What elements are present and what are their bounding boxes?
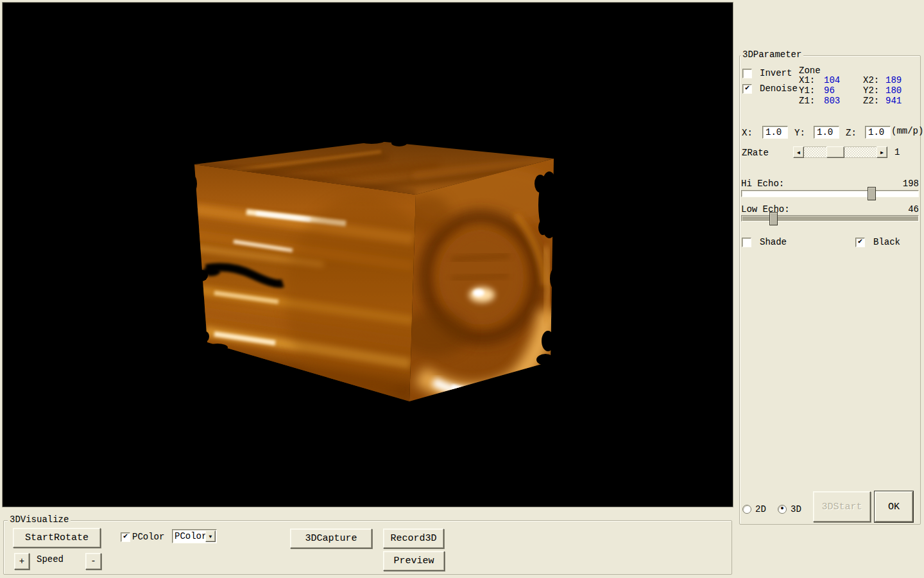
z-scale-input[interactable] xyxy=(865,126,891,139)
zone-x1-label: X1: xyxy=(799,75,815,85)
low-echo-slider-thumb[interactable] xyxy=(769,212,778,225)
mode-2d-radio[interactable] xyxy=(742,505,751,514)
volume-render xyxy=(3,3,733,507)
y-scale-input[interactable] xyxy=(814,126,839,139)
zrate-scrollbar-thumb[interactable] xyxy=(826,146,844,158)
preview-button[interactable]: Preview xyxy=(383,551,445,571)
zone-y1-value: 96 xyxy=(824,85,835,96)
3dstart-button[interactable]: 3DStart xyxy=(813,491,871,522)
speed-plus-button[interactable]: + xyxy=(14,553,30,570)
pcolor-dropdown[interactable]: PColor ▼ xyxy=(172,529,217,543)
mode-3d-radio[interactable]: ● xyxy=(778,505,787,514)
render-viewport[interactable] xyxy=(2,2,733,507)
shade-label: Shade xyxy=(760,237,787,247)
zone-z2-value: 941 xyxy=(886,96,902,106)
chevron-down-icon[interactable]: ▼ xyxy=(205,530,216,542)
hi-echo-slider-track[interactable] xyxy=(741,190,919,197)
denoise-checkbox[interactable]: ✔ xyxy=(742,84,752,94)
x-scale-label: X: xyxy=(742,128,753,138)
3dcapture-button[interactable]: 3DCapture xyxy=(290,529,372,548)
pcolor-dropdown-value: PColor xyxy=(175,531,207,541)
denoise-label: Denoise xyxy=(760,83,798,94)
x-scale-input[interactable] xyxy=(762,126,788,139)
speed-label: Speed xyxy=(37,554,64,565)
radio-dot: ● xyxy=(778,505,786,512)
low-echo-slider-track[interactable] xyxy=(741,215,919,222)
black-checkbox[interactable]: ✔ xyxy=(855,238,865,247)
mode-3d-label: 3D xyxy=(791,504,801,514)
zone-x2-label: X2: xyxy=(863,75,879,85)
ok-button[interactable]: OK xyxy=(875,491,913,522)
record3d-button[interactable]: Record3D xyxy=(383,529,444,548)
invert-label: Invert xyxy=(760,68,792,78)
black-label: Black xyxy=(873,237,900,247)
y-scale-label: Y: xyxy=(794,128,805,138)
pcolor-checkbox[interactable]: ✔ xyxy=(121,532,130,542)
zone-x1-value: 104 xyxy=(824,75,840,85)
checkbox-mark: ✔ xyxy=(121,532,130,541)
zone-y2-value: 180 xyxy=(886,85,902,96)
zrate-label: ZRate xyxy=(742,148,769,158)
zone-y2-label: Y2: xyxy=(863,85,879,96)
speed-minus-button[interactable]: - xyxy=(85,553,101,570)
pcolor-label: PColor xyxy=(132,532,164,542)
shade-checkbox[interactable] xyxy=(742,238,751,247)
low-echo-label: Low Echo: xyxy=(741,204,790,215)
scale-unit-label: (mm/p) xyxy=(891,126,923,136)
zrate-right-arrow-icon[interactable]: ▶ xyxy=(877,146,887,158)
hi-echo-value: 198 xyxy=(879,179,919,189)
invert-checkbox[interactable] xyxy=(742,69,752,78)
hi-echo-slider-thumb[interactable] xyxy=(868,187,876,200)
low-echo-value: 46 xyxy=(879,204,919,215)
zone-x2-value: 189 xyxy=(886,75,902,85)
zone-label: Zone xyxy=(799,66,821,76)
zrate-left-arrow-icon[interactable]: ◀ xyxy=(793,146,804,158)
zrate-value: 1 xyxy=(894,147,900,157)
group-title-3dparameter: 3DParameter xyxy=(740,50,803,60)
app-window: { "colors": { "bg": "#ece9d8", "viewport… xyxy=(0,0,924,578)
zrate-scrollbar[interactable]: ◀ ▶ xyxy=(793,146,887,158)
zone-y1-label: Y1: xyxy=(799,85,815,96)
checkbox-mark: ✔ xyxy=(743,84,751,92)
zone-z1-label: Z1: xyxy=(799,96,815,106)
group-title-3dvisualize: 3DVisualize xyxy=(8,515,71,525)
mode-2d-label: 2D xyxy=(755,504,766,514)
start-rotate-button[interactable]: StartRotate xyxy=(13,528,101,548)
hi-echo-label: Hi Echo: xyxy=(741,179,784,189)
z-scale-label: Z: xyxy=(846,128,857,138)
checkbox-mark: ✔ xyxy=(856,238,864,246)
zone-z1-value: 803 xyxy=(824,96,840,106)
zone-z2-label: Z2: xyxy=(863,96,879,106)
